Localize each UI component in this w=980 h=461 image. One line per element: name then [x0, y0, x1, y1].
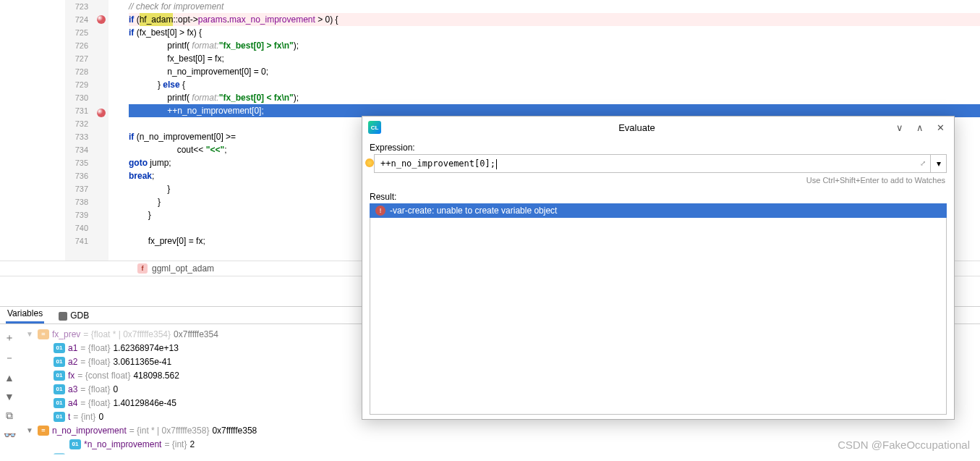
- breakpoint-icon[interactable]: [97, 15, 106, 24]
- watermark: CSDN @FakeOccupational: [838, 439, 970, 451]
- code-line[interactable]: } else {: [129, 78, 980, 91]
- type-badge-icon: =: [38, 426, 49, 436]
- type-badge-icon: 01: [54, 357, 65, 367]
- tab-variables[interactable]: Variables: [6, 305, 44, 323]
- down-icon[interactable]: ▼: [4, 391, 14, 402]
- result-row[interactable]: ! -var-create: unable to create variable…: [370, 203, 947, 218]
- code-line[interactable]: if (hf_adam::opt->params.max_no_improvem…: [129, 13, 980, 26]
- maximize-icon[interactable]: ∧: [913, 121, 927, 135]
- variable-row[interactable]: 01 a5 = {float} 0: [19, 451, 980, 454]
- line-number-gutter: 7237247257267277287297307317327337347357…: [65, 0, 94, 261]
- remove-watch-icon[interactable]: －: [4, 352, 14, 365]
- app-logo-icon: CL: [368, 121, 381, 134]
- highlight-gutter: [0, 0, 65, 261]
- history-dropdown[interactable]: ▾: [931, 154, 947, 173]
- function-icon: f: [137, 263, 148, 274]
- copy-icon[interactable]: ⧉: [6, 410, 13, 422]
- intention-bulb-icon[interactable]: [365, 158, 374, 167]
- expression-input[interactable]: ++n_no_improvement[0]; ⤢: [374, 154, 931, 173]
- type-badge-icon: 01: [54, 384, 65, 394]
- debug-toolbar: ＋ － ▲ ▼ ⧉ 👓: [0, 324, 19, 454]
- type-badge-icon: 01: [54, 412, 65, 422]
- type-badge-icon: 01: [54, 371, 65, 381]
- code-line[interactable]: // check for improvement: [129, 0, 980, 13]
- evaluate-dialog: CL Evaluate ∨ ∧ ✕ Expression: ++n_no_imp…: [362, 116, 955, 420]
- error-icon: !: [375, 206, 385, 216]
- code-line[interactable]: printf( format: "fx_best[0] > fx\n");: [129, 39, 980, 52]
- expand-toggle[interactable]: ▼: [25, 330, 35, 338]
- expand-toggle[interactable]: ▼: [25, 426, 35, 434]
- type-badge-icon: 01: [69, 439, 81, 449]
- expression-label: Expression:: [370, 143, 947, 153]
- type-badge-icon: 01: [54, 398, 65, 408]
- close-icon[interactable]: ✕: [933, 121, 948, 135]
- variable-row[interactable]: ▼= n_no_improvement = {int * | 0x7fffffe…: [19, 423, 980, 437]
- breadcrumb-function[interactable]: ggml_opt_adam: [152, 263, 214, 274]
- breakpoint-icon[interactable]: [97, 109, 106, 117]
- code-line[interactable]: if (fx_best[0] > fx) {: [129, 26, 980, 39]
- type-badge-icon: 01: [54, 453, 65, 455]
- code-line[interactable]: n_no_improvement[0] = 0;: [129, 65, 980, 78]
- gdb-icon: [59, 312, 67, 321]
- watches-hint: Use Ctrl+Shift+Enter to add to Watches: [371, 176, 945, 185]
- result-area: [370, 218, 947, 415]
- result-label: Result:: [370, 192, 947, 202]
- variable-row[interactable]: 01 *n_no_improvement = {int} 2: [19, 437, 980, 451]
- breakpoint-gutter[interactable]: [94, 0, 108, 261]
- up-icon[interactable]: ▲: [4, 372, 14, 384]
- minimize-icon[interactable]: ∨: [892, 121, 907, 135]
- add-watch-icon[interactable]: ＋: [4, 331, 14, 344]
- evaluate-titlebar[interactable]: CL Evaluate ∨ ∧ ✕: [362, 117, 954, 138]
- result-message: -var-create: unable to create variable o…: [390, 206, 557, 216]
- fold-gutter: [108, 0, 123, 261]
- type-badge-icon: =: [38, 329, 49, 339]
- expand-editor-icon[interactable]: ⤢: [920, 159, 926, 167]
- evaluate-title: Evaluate: [387, 122, 887, 133]
- code-line[interactable]: fx_best[0] = fx;: [129, 52, 980, 65]
- code-line[interactable]: printf( format: "fx_best[0] < fx\n");: [129, 91, 980, 104]
- tab-gdb[interactable]: GDB: [57, 308, 90, 323]
- glasses-icon[interactable]: 👓: [4, 429, 16, 441]
- type-badge-icon: 01: [54, 343, 65, 353]
